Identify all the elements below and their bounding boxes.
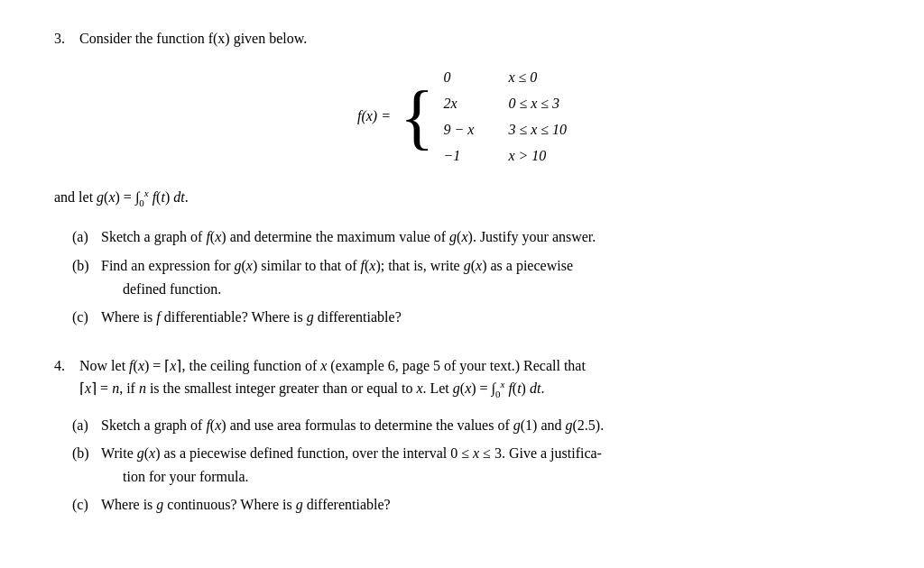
piecewise-row-4: −1 x > 10 <box>443 143 567 168</box>
piecewise-row-1: 0 x ≤ 0 <box>443 65 567 89</box>
problem-4-parts: (a) Sketch a graph of f(x) and use area … <box>72 414 870 517</box>
problem-4-part-a: (a) Sketch a graph of f(x) and use area … <box>72 414 870 437</box>
g-definition: and let g(x) = ∫0x f(t) dt. <box>54 186 870 211</box>
problem-4-part-b: (b) Write g(x) as a piecewise defined fu… <box>72 442 870 488</box>
fx-label: f(x) = <box>357 105 391 128</box>
problem-3-part-a: (a) Sketch a graph of f(x) and determine… <box>72 225 870 249</box>
problem-3-statement: Consider the function f(x) given below. <box>79 27 870 50</box>
problem-4: 4. Now let f(x) = ⌈x⌉, the ceiling funct… <box>54 354 870 517</box>
piecewise-row-2: 2x 0 ≤ x ≤ 3 <box>443 91 567 115</box>
problem-4-header: 4. Now let f(x) = ⌈x⌉, the ceiling funct… <box>54 354 870 403</box>
problem-4-part-c: (c) Where is g continuous? Where is g di… <box>72 493 870 517</box>
problem-3-part-c: (c) Where is f differentiable? Where is … <box>72 306 870 329</box>
problem-3-number: 3. <box>54 27 79 50</box>
problem-4-number: 4. <box>54 354 79 378</box>
problem-3-parts: (a) Sketch a graph of f(x) and determine… <box>72 225 870 328</box>
problem-3: 3. Consider the function f(x) given belo… <box>54 27 870 329</box>
problem-4-statement: Now let f(x) = ⌈x⌉, the ceiling function… <box>79 354 870 403</box>
brace-symbol: { <box>400 80 434 152</box>
piecewise-row-3: 9 − x 3 ≤ x ≤ 10 <box>443 117 567 142</box>
problem-3-header: 3. Consider the function f(x) given belo… <box>54 27 870 50</box>
piecewise-function: f(x) = { 0 x ≤ 0 2x 0 ≤ x ≤ 3 9 − x 3 ≤ … <box>54 65 870 169</box>
piecewise-cases: 0 x ≤ 0 2x 0 ≤ x ≤ 3 9 − x 3 ≤ x ≤ 10 −1… <box>443 65 567 169</box>
problem-3-part-b: (b) Find an expression for g(x) similar … <box>72 254 870 300</box>
